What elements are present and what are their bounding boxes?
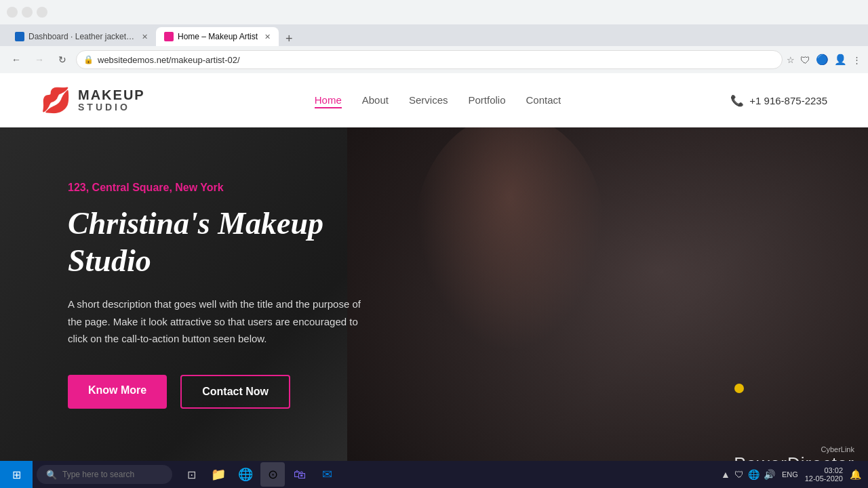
volume-icon[interactable]: 🔊 <box>764 469 775 480</box>
tab-favicon-makeup <box>164 32 174 41</box>
phone-icon: 📞 <box>730 94 744 107</box>
explorer-button[interactable]: 📁 <box>206 462 231 487</box>
navbar: 💋 MAKEUP STUDIO Home About Services Port… <box>0 73 868 127</box>
antivirus-icon[interactable]: 🛡 <box>734 469 744 480</box>
edge-button[interactable]: 🌐 <box>233 462 258 487</box>
edge-icon: 🌐 <box>238 467 253 482</box>
tab-dashboard[interactable]: Dashboard · Leather jacket| Lea... ✕ <box>7 27 156 46</box>
clock-time: 03:02 <box>805 466 843 474</box>
hero-address: 123, Central Square, New York <box>68 182 373 194</box>
nav-home[interactable]: Home <box>315 94 342 108</box>
start-button[interactable]: ⊞ <box>0 461 33 488</box>
back-button[interactable]: ← <box>7 50 26 69</box>
taskbar: ⊞ 🔍 ⊡ 📁 🌐 ⊙ 🛍 ✉ ▲ 🛡 🌐 🔊 ENG <box>0 461 868 488</box>
refresh-button[interactable]: ↻ <box>53 50 72 69</box>
system-clock[interactable]: 03:02 12-05-2020 <box>805 466 843 483</box>
notifications-icon[interactable]: 🔔 <box>850 469 861 480</box>
hero-content: 123, Central Square, New York Christina'… <box>0 127 441 463</box>
tab-makeup[interactable]: Home – Makeup Artist ✕ <box>156 27 279 46</box>
address-bar-row: ← → ↻ 🔒 websitedemos.net/makeup-artist-0… <box>0 46 868 73</box>
email-button[interactable]: ✉ <box>315 462 339 487</box>
forward-button[interactable]: → <box>30 50 49 69</box>
tab-bar: Dashboard · Leather jacket| Lea... ✕ Hom… <box>0 24 868 46</box>
watermark-brand: CyberLink <box>734 445 854 453</box>
website-content: 💋 MAKEUP STUDIO Home About Services Port… <box>0 73 868 488</box>
taskbar-right: ▲ 🛡 🌐 🔊 ENG 03:02 12-05-2020 🔔 <box>721 466 868 483</box>
store-button[interactable]: 🛍 <box>288 462 312 487</box>
browser-action-icons: ☆ 🛡 🔵 👤 ⋮ <box>787 54 861 66</box>
nav-portfolio[interactable]: Portfolio <box>469 94 506 106</box>
window-controls[interactable]: ─ □ ✕ <box>7 7 47 18</box>
title-bar: ─ □ ✕ <box>0 0 868 24</box>
task-view-icon: ⊡ <box>187 468 196 481</box>
task-view-button[interactable]: ⊡ <box>179 462 203 487</box>
nav-contact[interactable]: Contact <box>526 94 561 106</box>
chrome-button[interactable]: ⊙ <box>260 462 285 487</box>
email-icon: ✉ <box>322 467 332 482</box>
clock-date: 12-05-2020 <box>805 474 843 483</box>
logo-studio: STUDIO <box>78 102 145 113</box>
explorer-icon: 📁 <box>211 467 226 482</box>
phone-number: +1 916-875-2235 <box>749 95 827 106</box>
extension-icon-2[interactable]: 🔵 <box>816 54 829 66</box>
logo-text: MAKEUP STUDIO <box>78 87 145 113</box>
close-button[interactable]: ✕ <box>37 7 47 18</box>
tab-close-dashboard[interactable]: ✕ <box>142 33 148 41</box>
windows-icon: ⊞ <box>12 468 21 481</box>
search-icon: 🔍 <box>46 470 57 480</box>
search-input[interactable] <box>62 470 157 479</box>
tab-title-makeup: Home – Makeup Artist <box>178 32 258 41</box>
menu-icon[interactable]: ⋮ <box>852 55 861 65</box>
store-icon: 🛍 <box>294 468 306 482</box>
nav-links: Home About Services Portfolio Contact <box>315 94 561 106</box>
lock-icon: 🔒 <box>83 55 94 64</box>
tab-title-dashboard: Dashboard · Leather jacket| Lea... <box>28 32 135 41</box>
hero-section: 123, Central Square, New York Christina'… <box>0 127 868 488</box>
chrome-icon: ⊙ <box>268 467 278 482</box>
profile-icon[interactable]: 👤 <box>834 54 847 66</box>
bookmark-icon[interactable]: ☆ <box>787 55 795 65</box>
hero-title: Christina's Makeup Studio <box>68 205 373 279</box>
hero-buttons: Know More Contact Now <box>68 375 373 409</box>
contact-now-button[interactable]: Contact Now <box>180 375 290 409</box>
know-more-button[interactable]: Know More <box>68 375 167 409</box>
nav-about[interactable]: About <box>362 94 389 106</box>
nav-services[interactable]: Services <box>409 94 448 106</box>
logo-makeup: MAKEUP <box>78 87 145 102</box>
browser-chrome: ─ □ ✕ Dashboard · Leather jacket| Lea...… <box>0 0 868 73</box>
taskbar-search[interactable]: 🔍 <box>37 465 172 484</box>
tab-favicon-dashboard <box>15 32 24 41</box>
maximize-button[interactable]: □ <box>22 7 33 18</box>
cursor-dot <box>734 384 744 393</box>
logo: 💋 MAKEUP STUDIO <box>41 86 145 115</box>
nav-phone: 📞 +1 916-875-2235 <box>730 94 827 107</box>
system-tray: ▲ 🛡 🌐 🔊 <box>721 469 775 480</box>
language-indicator: ENG <box>782 470 798 479</box>
new-tab-button[interactable]: + <box>281 32 297 46</box>
extension-icon-1[interactable]: 🛡 <box>800 54 810 66</box>
logo-lips-icon: 💋 <box>41 86 71 115</box>
hero-description: A short description that goes well with … <box>68 296 373 348</box>
network-icon[interactable]: 🌐 <box>748 469 760 480</box>
taskbar-quick-access: ⊡ 📁 🌐 ⊙ 🛍 ✉ <box>179 462 339 487</box>
url-text: websitedemos.net/makeup-artist-02/ <box>98 55 775 65</box>
show-hidden-icon[interactable]: ▲ <box>721 469 730 480</box>
address-bar[interactable]: 🔒 websitedemos.net/makeup-artist-02/ <box>76 50 783 69</box>
minimize-button[interactable]: ─ <box>7 7 18 18</box>
tab-close-makeup[interactable]: ✕ <box>264 33 271 41</box>
